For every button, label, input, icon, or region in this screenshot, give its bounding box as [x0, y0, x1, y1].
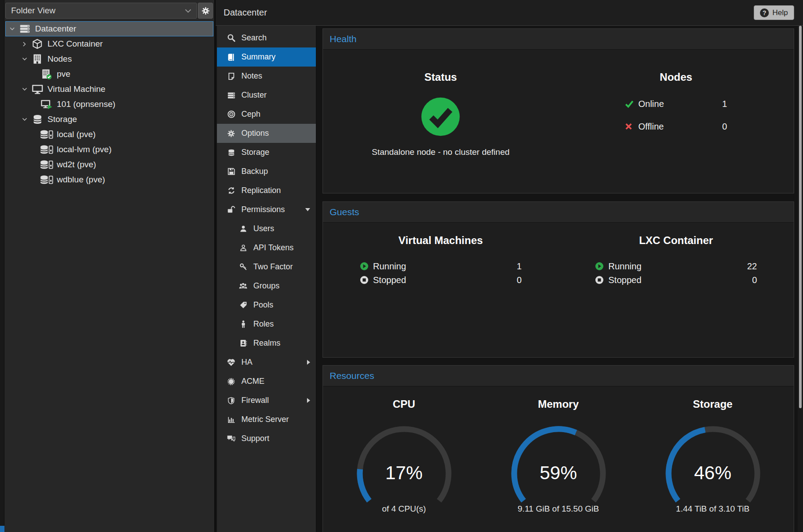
gear-icon: [201, 7, 210, 15]
tree-item-label: local (pve): [57, 130, 96, 139]
tree-item-storage-wd2t[interactable]: wd2t (pve): [5, 157, 213, 172]
menu-item-options[interactable]: Options: [217, 124, 316, 143]
menu-item-storage[interactable]: Storage: [217, 143, 316, 162]
lxc-container-column: LXC Container Running 22 Stopped: [559, 223, 794, 284]
storage-gauge-arc: [660, 416, 766, 507]
storage-gauge: Storage 46% 1.44 TiB of 3.10 TiB: [660, 386, 766, 514]
chevron-right-icon[interactable]: [307, 398, 310, 403]
virtual-machines-heading: Virtual Machines: [398, 234, 483, 247]
menu-item-search[interactable]: Search: [217, 28, 316, 47]
database-icon: [31, 114, 44, 125]
chevron-right-icon[interactable]: [21, 42, 28, 47]
vm-running-label: Running: [373, 261, 406, 272]
menu-item-label: HA: [241, 358, 252, 367]
tree-item-label: local-lvm (pve): [57, 145, 112, 154]
collapsed-panel-tab[interactable]: [0, 526, 4, 532]
storage-gauge-title: Storage: [693, 398, 732, 410]
menu-item-backup[interactable]: Backup: [217, 162, 316, 181]
tree-item-vm-101[interactable]: 101 (opnsense): [5, 97, 213, 112]
menu-item-label: Support: [241, 434, 269, 443]
tree-item-datacenter[interactable]: Datacenter: [5, 21, 213, 36]
chevron-down-icon[interactable]: [8, 27, 16, 31]
memory-gauge-arc: [505, 416, 612, 507]
tree-item-storage-local-lvm[interactable]: local-lvm (pve): [5, 142, 213, 157]
scrollbar-thumb[interactable]: [799, 26, 802, 408]
menu-item-summary[interactable]: Summary: [217, 47, 316, 67]
book-icon: [226, 53, 236, 61]
tree-settings-button[interactable]: [198, 3, 213, 19]
menu-item-ceph[interactable]: Ceph: [217, 105, 316, 124]
menu-item-replication[interactable]: Replication: [217, 181, 316, 200]
menu-item-pools[interactable]: Pools: [217, 296, 316, 315]
menu-item-groups[interactable]: Groups: [217, 276, 316, 296]
question-icon: ?: [760, 8, 769, 17]
menu-item-label: Storage: [241, 148, 269, 157]
health-panel-header: Health: [323, 29, 794, 50]
users-icon: [238, 282, 248, 290]
menu-item-metric-server[interactable]: Metric Server: [217, 410, 316, 429]
menu-item-label: Cluster: [241, 91, 267, 100]
summary-content: Health Status Standalone node - no clust…: [317, 26, 803, 532]
memory-gauge-title: Memory: [538, 398, 579, 410]
chevron-right-icon[interactable]: [307, 360, 310, 365]
tree-item-label: LXC Container: [47, 39, 103, 49]
chevron-down-icon[interactable]: [305, 208, 310, 211]
user-icon: [238, 225, 248, 233]
menu-item-notes[interactable]: Notes: [217, 67, 316, 86]
chevron-down-icon[interactable]: [21, 87, 28, 91]
content-scrollbar[interactable]: [798, 26, 803, 532]
menu-item-permissions[interactable]: Permissions: [217, 200, 316, 219]
menu-item-label: Permissions: [241, 205, 285, 214]
chevron-down-icon[interactable]: [21, 118, 28, 121]
menu-item-ha[interactable]: HA: [217, 353, 316, 372]
menu-item-firewall[interactable]: Firewall: [217, 391, 316, 410]
help-button[interactable]: ? Help: [754, 5, 794, 20]
tree-item-virtual-machine[interactable]: Virtual Machine: [5, 82, 213, 97]
tree-item-nodes[interactable]: Nodes: [5, 51, 213, 67]
monitor-running-icon: [40, 99, 53, 110]
nodes-offline-label: Offline: [638, 122, 664, 132]
database-drive-icon: [40, 144, 53, 155]
menu-item-label: Replication: [241, 186, 281, 195]
menu-item-label: ACME: [241, 377, 264, 386]
tree-item-storage[interactable]: Storage: [5, 112, 213, 127]
tree-item-label: wdblue (pve): [57, 175, 105, 185]
menu-item-two-factor[interactable]: Two Factor: [217, 257, 316, 276]
menu-item-roles[interactable]: Roles: [217, 315, 316, 334]
menu-item-label: Ceph: [241, 110, 260, 119]
shield-icon: [226, 397, 236, 405]
menu-item-support[interactable]: Support: [217, 429, 316, 448]
database-icon: [226, 149, 236, 157]
lxc-stopped-value: 0: [752, 275, 757, 285]
menu-item-users[interactable]: Users: [217, 219, 316, 238]
lxc-running-value: 22: [747, 261, 757, 272]
person-icon: [238, 320, 248, 328]
building-online-icon: [40, 69, 53, 80]
ceph-icon: [226, 110, 236, 118]
tree-item-storage-wdblue[interactable]: wdblue (pve): [5, 172, 213, 187]
menu-item-label: Realms: [253, 339, 280, 348]
chevron-down-icon[interactable]: [21, 57, 28, 61]
tree-item-storage-local[interactable]: local (pve): [5, 127, 213, 142]
health-panel: Health Status Standalone node - no clust…: [323, 28, 794, 193]
status-heading: Status: [425, 71, 457, 83]
menu-item-label: Pools: [253, 300, 273, 310]
key-icon: [238, 263, 248, 271]
virtual-machines-column: Virtual Machines Running 1 Stopped: [323, 223, 559, 284]
menu-item-realms[interactable]: Realms: [217, 334, 316, 353]
resource-tree-panel: Folder View: [4, 0, 216, 532]
comments-icon: [226, 435, 236, 442]
view-mode-select[interactable]: Folder View: [5, 3, 197, 19]
tree-item-label: Storage: [47, 114, 77, 124]
database-drive-icon: [40, 174, 53, 185]
menu-item-cluster[interactable]: Cluster: [217, 86, 316, 105]
tree-item-lxc-container[interactable]: LXC Container: [5, 36, 213, 51]
menu-item-acme[interactable]: ACME: [217, 372, 316, 391]
collapsed-side-strip: [0, 0, 4, 532]
check-icon: [625, 100, 636, 108]
menu-item-api-tokens[interactable]: API Tokens: [217, 238, 316, 257]
menu-item-label: Users: [253, 224, 274, 233]
vm-running-row: Running 1: [360, 262, 522, 271]
tree-item-pve[interactable]: pve: [5, 67, 213, 82]
lxc-running-label: Running: [608, 261, 642, 272]
